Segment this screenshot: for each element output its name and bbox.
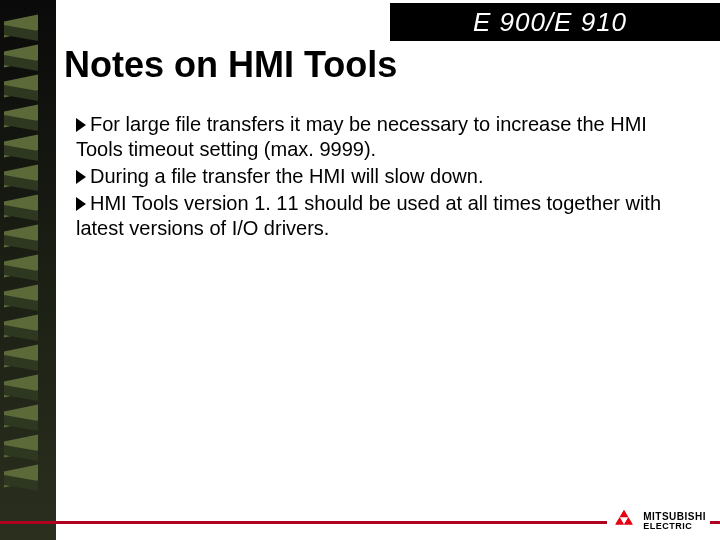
bullet-text: For large file transfers it may be neces… [76,113,647,160]
model-label: E 900/E 910 [473,7,627,38]
bullet-item: During a file transfer the HMI will slow… [76,164,666,189]
bullet-text: During a file transfer the HMI will slow… [90,165,483,187]
slide-title: Notes on HMI Tools [64,44,397,86]
decorative-left-strip [0,0,56,540]
bullet-arrow-icon [76,170,86,184]
mitsubishi-logo-icon [611,510,637,532]
logo-line1: MITSUBISHI [643,512,706,522]
mitsubishi-logo: MITSUBISHI ELECTRIC [607,508,710,534]
bullet-text: HMI Tools version 1. 11 should be used a… [76,192,661,239]
logo-line2: ELECTRIC [643,522,706,531]
bullet-item: HMI Tools version 1. 11 should be used a… [76,191,666,241]
bullet-arrow-icon [76,118,86,132]
bullet-arrow-icon [76,197,86,211]
slide-body: For large file transfers it may be neces… [76,112,666,243]
logo-text: MITSUBISHI ELECTRIC [643,512,706,531]
svg-marker-9 [620,510,629,517]
model-header: E 900/E 910 [390,3,720,41]
bullet-item: For large file transfers it may be neces… [76,112,666,162]
